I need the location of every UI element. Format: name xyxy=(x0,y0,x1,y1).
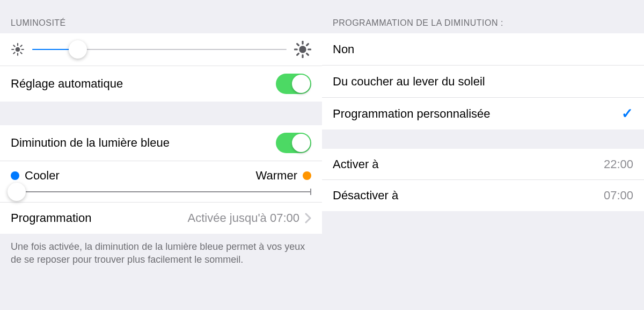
svg-line-16 xyxy=(297,54,299,55)
schedule-value: Activée jusqu'à 07:00 xyxy=(188,211,299,225)
checkmark-icon: ✓ xyxy=(621,105,633,122)
enable-time-row[interactable]: Activer à 22:00 xyxy=(322,149,644,180)
schedule-option-label: Du coucher au lever du soleil xyxy=(333,75,485,89)
svg-line-6 xyxy=(20,52,21,53)
svg-line-14 xyxy=(297,44,299,46)
brightness-group: Réglage automatique xyxy=(0,33,322,102)
brightness-panel: Luminosité Réglage automatique Diminutio… xyxy=(0,0,322,310)
schedule-option-none[interactable]: Non ✓ xyxy=(322,33,644,66)
bluelight-label: Diminution de la lumière bleue xyxy=(11,136,170,150)
warmer-label: Warmer xyxy=(256,169,297,183)
auto-brightness-label: Réglage automatique xyxy=(11,77,123,91)
svg-line-17 xyxy=(307,44,309,46)
auto-brightness-row: Réglage automatique xyxy=(0,66,322,102)
disable-time-row[interactable]: Désactiver à 07:00 xyxy=(322,180,644,211)
brightness-high-icon xyxy=(294,41,311,58)
brightness-header: Luminosité xyxy=(0,0,322,33)
cooler-label: Cooler xyxy=(25,169,60,183)
brightness-slider-knob[interactable] xyxy=(69,40,87,59)
svg-line-8 xyxy=(20,45,21,46)
svg-line-15 xyxy=(307,54,309,55)
bluelight-row: Diminution de la lumière bleue xyxy=(0,125,322,161)
cooler-dot-icon xyxy=(11,171,19,180)
schedule-header: Programmation de la diminution : xyxy=(322,0,644,33)
brightness-slider[interactable] xyxy=(32,49,287,50)
schedule-option-sunset[interactable]: Du coucher au lever du soleil ✓ xyxy=(322,66,644,98)
brightness-slider-row xyxy=(0,33,322,66)
warmer-dot-icon xyxy=(303,171,311,180)
chevron-right-icon xyxy=(305,213,311,224)
auto-brightness-toggle[interactable] xyxy=(276,74,311,94)
schedule-option-label: Non xyxy=(333,42,354,56)
svg-point-9 xyxy=(299,46,306,53)
schedule-option-custom[interactable]: Programmation personnalisée ✓ xyxy=(322,98,644,129)
schedule-times-group: Activer à 22:00 Désactiver à 07:00 xyxy=(322,149,644,211)
color-temp-slider[interactable] xyxy=(11,191,311,192)
schedule-options-group: Non ✓ Du coucher au lever du soleil ✓ Pr… xyxy=(322,33,644,129)
bluelight-group: Diminution de la lumière bleue Cooler Wa… xyxy=(0,125,322,234)
bluelight-footnote: Une fois activée, la diminution de la lu… xyxy=(0,234,322,277)
schedule-label: Programmation xyxy=(11,211,91,225)
enable-time-label: Activer à xyxy=(333,157,379,171)
svg-line-7 xyxy=(13,52,14,53)
color-temp-area: Cooler Warmer xyxy=(0,161,322,203)
enable-time-value: 22:00 xyxy=(604,157,633,171)
schedule-panel: Programmation de la diminution : Non ✓ D… xyxy=(322,0,644,310)
brightness-low-icon xyxy=(11,42,25,56)
bluelight-toggle[interactable] xyxy=(276,133,311,153)
svg-line-5 xyxy=(13,45,14,46)
disable-time-value: 07:00 xyxy=(604,189,633,203)
schedule-option-label: Programmation personnalisée xyxy=(333,107,491,121)
schedule-row[interactable]: Programmation Activée jusqu'à 07:00 xyxy=(0,203,322,234)
disable-time-label: Désactiver à xyxy=(333,189,398,203)
color-temp-slider-knob[interactable] xyxy=(8,183,26,201)
svg-point-0 xyxy=(16,47,20,52)
